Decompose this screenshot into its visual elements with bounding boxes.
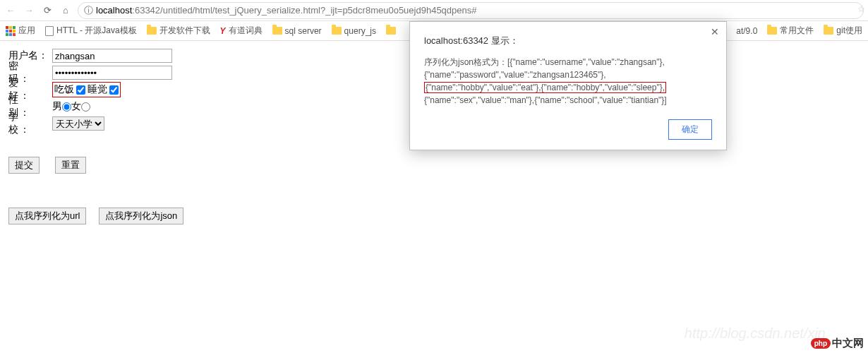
bookmark-common[interactable]: 常用文件 — [767, 25, 814, 37]
school-label: 学 校： — [8, 111, 52, 136]
apps-label: 应用 — [18, 25, 35, 37]
sex-female-radio[interactable] — [81, 102, 90, 112]
dialog-title: localhost:63342 显示： — [424, 35, 712, 47]
forward-icon[interactable]: → — [23, 4, 35, 17]
hobby-eat-label: 吃饭 — [54, 83, 74, 96]
info-icon: ⓘ — [84, 4, 93, 17]
bookmark-sql[interactable]: sql server — [272, 26, 322, 36]
watermark-text: http://blog.csdn.net/xin — [685, 325, 826, 342]
folder-icon — [767, 27, 777, 35]
star-icon[interactable]: ☆ — [857, 4, 865, 14]
bookmark-cut[interactable] — [386, 27, 396, 35]
body-line3-highlight: {"name":"hobby","value":"eat"},{"name":"… — [424, 82, 666, 93]
submit-button[interactable]: 提交 — [8, 157, 40, 174]
folder-icon — [386, 27, 396, 35]
bookmark-query[interactable]: query_js — [332, 26, 376, 36]
password-input[interactable] — [52, 66, 172, 80]
school-select[interactable]: 天天小学 — [52, 116, 104, 131]
folder-icon — [147, 27, 157, 35]
serialize-json-button[interactable]: 点我序列化为json — [99, 208, 183, 224]
bookmark-at9[interactable]: at/9.0 — [736, 26, 757, 36]
bookmark-dev[interactable]: 开发软件下载 — [147, 25, 210, 37]
browser-toolbar: ← → ⟳ ⌂ ⓘ localhost:63342/untitled/html/… — [0, 0, 868, 21]
body-line2: {"name":"password","value":"zhangsan1234… — [424, 70, 606, 80]
body-line4: {"name":"sex","value":"man"},{"name":"sc… — [424, 95, 667, 105]
body-prefix: 序列化为json格式为： — [424, 57, 507, 67]
alert-dialog: ✕ localhost:63342 显示： 序列化为json格式为：[{"nam… — [409, 21, 727, 150]
folder-icon — [332, 27, 342, 35]
hobby-eat-checkbox[interactable] — [76, 85, 85, 95]
back-icon[interactable]: ← — [4, 4, 17, 17]
username-input[interactable] — [52, 49, 172, 63]
brand-badge: php 中文网 — [811, 337, 864, 350]
youdao-icon: Y — [220, 26, 226, 36]
brand-pill: php — [811, 338, 831, 349]
bookmark-httl[interactable]: HTTL - 开源Java模板 — [45, 25, 137, 37]
bookmark-git[interactable]: git使用 — [824, 25, 862, 37]
body-line1: [{"name":"username","value":"zhangsan"}, — [507, 57, 665, 67]
dialog-body: 序列化为json格式为：[{"name":"username","value":… — [424, 56, 712, 107]
hobby-sleep-label: 睡觉 — [88, 83, 107, 96]
apps-button[interactable]: 应用 — [6, 25, 35, 37]
bookmark-youdao[interactable]: Y有道词典 — [220, 25, 263, 37]
folder-icon — [824, 27, 833, 35]
hobby-group: 吃饭 睡觉 — [52, 82, 121, 97]
sex-female-label: 女 — [71, 100, 81, 113]
reload-icon[interactable]: ⟳ — [41, 4, 54, 17]
url-host: localhost — [96, 5, 132, 16]
hobby-sleep-checkbox[interactable] — [109, 85, 119, 95]
sex-male-label: 男 — [52, 100, 62, 113]
reset-button[interactable]: 重置 — [55, 157, 86, 174]
address-bar[interactable]: ⓘ localhost:63342/untitled/html/test_jQu… — [78, 2, 864, 19]
home-icon[interactable]: ⌂ — [59, 4, 72, 17]
url-path: :63342/untitled/html/test_jQuery_seriali… — [132, 5, 476, 16]
file-icon — [45, 26, 54, 36]
ok-button[interactable]: 确定 — [668, 119, 712, 140]
brand-text: 中文网 — [832, 337, 864, 350]
apps-icon — [6, 26, 16, 36]
close-icon[interactable]: ✕ — [711, 26, 719, 37]
sex-male-radio[interactable] — [62, 102, 71, 112]
serialize-url-button[interactable]: 点我序列化为url — [8, 208, 86, 224]
folder-icon — [272, 27, 282, 35]
